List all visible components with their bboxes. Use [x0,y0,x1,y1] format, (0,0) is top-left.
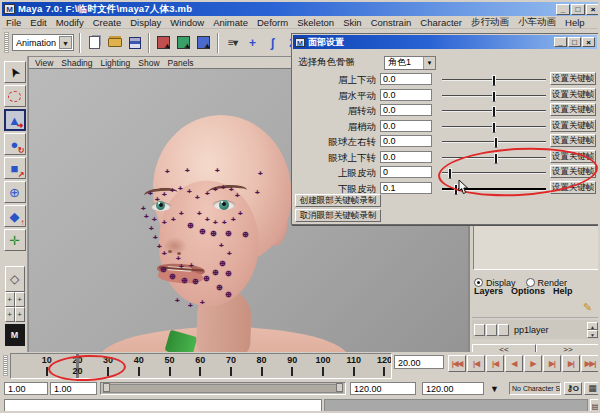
menu-item-步行动画[interactable]: 步行动画 [471,16,509,29]
script-editor-icon[interactable]: ▤ [590,399,600,413]
slider-track[interactable] [442,126,546,128]
face-control-marker[interactable]: + [157,243,162,251]
face-control-marker[interactable]: + [213,219,218,227]
set-keyframe-button[interactable]: 设置关键帧 [550,134,596,147]
menu-item-animate[interactable]: Animate [213,17,248,28]
slider-thumb[interactable] [454,184,458,195]
viewport-menu-lighting[interactable]: Lighting [100,58,130,68]
face-control-marker[interactable]: + [165,168,170,176]
slider-value-field[interactable]: 0.1 [380,182,432,194]
face-control-marker[interactable]: + [200,299,205,307]
face-control-marker[interactable]: + [197,210,202,218]
face-control-marker[interactable]: ⊕ [192,278,199,286]
character-dropdown[interactable]: 角色1 ▼ [384,56,436,70]
persp-outliner-layout-icon[interactable]: + [15,292,25,307]
layer-row[interactable]: pp1layer ▲ ▼ [472,320,600,339]
face-control-marker[interactable]: + [149,225,154,233]
face-control-marker[interactable]: ⊕ [181,277,188,285]
face-control-marker[interactable]: + [195,194,200,202]
new-scene-icon[interactable] [86,34,103,51]
layer-menu-help[interactable]: Help [553,286,573,296]
face-control-marker[interactable]: + [205,190,210,198]
viewport-menu-show[interactable]: Show [138,58,159,68]
animation-preferences-icon[interactable]: ▦ [584,382,600,395]
select-tool[interactable]: ➤ [4,61,26,83]
snap-menu-icon[interactable]: ≡▾ [224,34,241,51]
character-menu-icon[interactable]: ▼ [490,384,499,394]
four-pane-layout-icon[interactable]: + [5,292,15,307]
slider-value-field[interactable]: 0.0 [380,89,432,101]
range-handle-left[interactable] [103,383,110,392]
menu-item-skin[interactable]: Skin [343,17,361,28]
face-control-marker[interactable]: + [162,250,167,258]
select-component-icon[interactable] [195,34,212,51]
play-forwards-button[interactable]: ▶ [524,355,542,372]
layer-scroll-up-icon[interactable]: ▲ [587,322,598,330]
character-set-field[interactable]: No Character Set [509,382,561,395]
minimize-icon[interactable]: _ [556,4,570,15]
timeline-ruler[interactable]: 10203040506070809010011012020 [10,353,392,379]
current-time-field[interactable]: 20.00 [394,355,444,369]
playback-start-field[interactable]: 1.00 [50,382,97,395]
viewport-menu-panels[interactable]: Panels [168,58,194,68]
maximize-icon[interactable]: □ [571,4,585,15]
face-control-marker[interactable]: ⊕ [187,222,194,230]
universal-manipulator-tool[interactable]: ⊕ [4,181,26,203]
face-control-marker[interactable]: + [153,234,158,242]
face-control-marker[interactable]: + [170,187,175,195]
scale-tool[interactable]: ■↗ [4,157,26,179]
face-control-marker[interactable]: + [185,167,190,175]
range-slider-inner[interactable] [103,384,343,393]
menu-item-deform[interactable]: Deform [257,17,288,28]
playback-end-field[interactable]: 120.00 [350,382,416,395]
slider-thumb[interactable] [492,91,496,102]
menu-item-skeleton[interactable]: Skeleton [297,17,334,28]
slider-thumb[interactable] [492,122,496,133]
save-scene-icon[interactable] [126,34,143,51]
viewport-menu-shading[interactable]: Shading [61,58,92,68]
create-layer-icon[interactable]: ✎ [579,300,596,315]
face-control-marker[interactable]: + [144,213,149,221]
menu-item-window[interactable]: Window [170,17,204,28]
slider-value-field[interactable]: 0.0 [380,135,432,147]
face-control-marker[interactable]: + [229,186,234,194]
timeline-grip[interactable] [3,355,8,376]
slider-thumb[interactable] [492,75,496,86]
step-forward-frame-button[interactable]: ▶| [562,355,580,372]
step-forward-key-button[interactable]: ▶| [543,355,561,372]
face-control-marker[interactable]: + [152,216,157,224]
lasso-tool[interactable] [4,85,26,107]
slider-thumb[interactable] [492,106,496,117]
slider-thumb[interactable] [448,168,452,179]
face-control-marker[interactable]: ⊕ [225,270,232,278]
face-control-marker[interactable]: ⊕ [199,228,206,236]
face-control-marker[interactable]: + [235,192,240,200]
face-control-marker[interactable]: + [231,216,236,224]
menu-item-character[interactable]: Character [420,17,462,28]
command-line-input[interactable] [4,399,322,413]
face-control-marker[interactable]: + [171,216,176,224]
set-keyframe-button[interactable]: 设置关键帧 [550,181,596,194]
range-handle-right[interactable] [336,383,343,392]
soft-mod-tool[interactable]: ◆↑ [4,205,26,227]
slider-value-field[interactable]: 0.0 [380,151,432,163]
select-object-icon[interactable] [175,34,192,51]
maya-hotbox-icon[interactable]: M [5,324,25,346]
face-control-marker[interactable]: + [227,250,232,258]
face-control-marker[interactable]: ⊕ [216,284,223,292]
menu-item-create[interactable]: Create [93,17,122,28]
face-control-marker[interactable]: ⊕ [225,230,232,238]
auto-keyframe-icon[interactable]: ⚷O [564,382,582,395]
face-control-marker[interactable]: + [213,186,218,194]
set-keyframe-button[interactable]: 设置关键帧 [550,103,596,116]
face-control-marker[interactable]: + [179,210,184,218]
face-control-marker[interactable]: + [258,170,263,178]
face-control-marker[interactable]: ⊕ [210,230,217,238]
face-control-marker[interactable]: + [175,297,180,305]
step-back-frame-button[interactable]: |◀ [467,355,485,372]
slider-track[interactable] [442,157,546,159]
menu-item-edit[interactable]: Edit [30,17,46,28]
slider-value-field[interactable]: 0.0 [380,120,432,132]
face-control-marker[interactable]: + [162,191,167,199]
slider-track[interactable] [442,95,546,97]
